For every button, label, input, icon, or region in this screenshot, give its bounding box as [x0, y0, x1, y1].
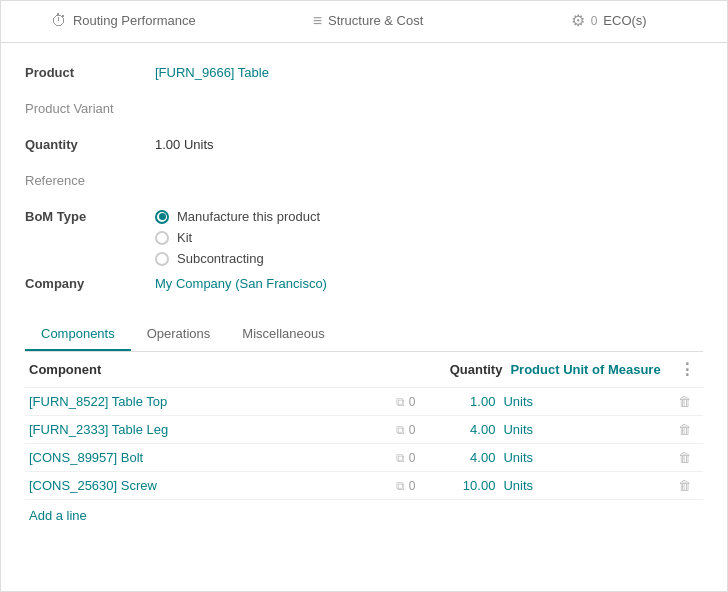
copy-icon-4: ⧉ 0: [305, 478, 423, 493]
eco-label: ECO(s): [603, 13, 646, 28]
tabs-bar: Components Operations Miscellaneous: [25, 318, 703, 352]
radio-subcontracting: [155, 252, 169, 266]
product-variant-label: Product Variant: [25, 99, 155, 116]
component-name-4: [CONS_25630] Screw: [29, 478, 305, 493]
quantity-label: Quantity: [25, 135, 155, 152]
row-unit-3[interactable]: Units: [503, 450, 669, 465]
radio-kit: [155, 231, 169, 245]
bom-type-options: Manufacture this product Kit Subcontract…: [155, 207, 703, 266]
row-qty-2: 4.00: [423, 422, 503, 437]
product-variant-value: [155, 99, 703, 101]
row-unit-1[interactable]: Units: [503, 394, 669, 409]
company-value: My Company (San Francisco): [155, 274, 703, 291]
list-icon: ≡: [313, 12, 322, 30]
component-link-2[interactable]: [FURN_2333] Table Leg: [29, 422, 168, 437]
top-nav: ⏱ Routing Performance ≡ Structure & Cost…: [1, 1, 727, 43]
table-row: [CONS_25630] Screw ⧉ 0 10.00 Units 🗑: [25, 472, 703, 500]
copy-btn-4[interactable]: ⧉: [396, 479, 405, 493]
component-link-4[interactable]: [CONS_25630] Screw: [29, 478, 157, 493]
copy-icon-1: ⧉ 0: [305, 394, 423, 409]
add-line-label: Add a line: [29, 508, 87, 523]
product-variant-row: Product Variant: [25, 99, 703, 127]
tab-components[interactable]: Components: [25, 318, 131, 351]
tab-routing-label: Routing Performance: [73, 13, 196, 28]
tab-operations[interactable]: Operations: [131, 318, 227, 351]
copy-btn-3[interactable]: ⧉: [396, 451, 405, 465]
reference-row: Reference: [25, 171, 703, 199]
component-link-3[interactable]: [CONS_89957] Bolt: [29, 450, 143, 465]
main-content: Product [FURN_9666] Table Product Varian…: [1, 43, 727, 591]
table-row: [CONS_89957] Bolt ⧉ 0 4.00 Units 🗑: [25, 444, 703, 472]
component-name-3: [CONS_89957] Bolt: [29, 450, 305, 465]
component-name-2: [FURN_2333] Table Leg: [29, 422, 305, 437]
delete-row-4[interactable]: 🗑: [669, 478, 699, 493]
components-table: Component Quantity Product Unit of Measu…: [25, 352, 703, 531]
add-line-button[interactable]: Add a line: [25, 500, 703, 531]
gear-icon: ⚙: [571, 11, 585, 30]
bom-manufacture-option[interactable]: Manufacture this product: [155, 209, 703, 224]
copy-btn-1[interactable]: ⧉: [396, 395, 405, 409]
table-header: Component Quantity Product Unit of Measu…: [25, 352, 703, 388]
reference-label: Reference: [25, 171, 155, 188]
delete-row-3[interactable]: 🗑: [669, 450, 699, 465]
company-row: Company My Company (San Francisco): [25, 274, 703, 302]
tab-miscellaneous[interactable]: Miscellaneous: [226, 318, 340, 351]
product-label: Product: [25, 63, 155, 80]
app-window: ⏱ Routing Performance ≡ Structure & Cost…: [0, 0, 728, 592]
radio-manufacture: [155, 210, 169, 224]
row-qty-1: 1.00: [423, 394, 503, 409]
clock-icon: ⏱: [51, 12, 67, 30]
copy-icon-3: ⧉ 0: [305, 450, 423, 465]
component-name-1: [FURN_8522] Table Top: [29, 394, 305, 409]
col-header-quantity: Quantity: [430, 362, 510, 377]
bom-type-label: BoM Type: [25, 207, 155, 224]
product-value: [FURN_9666] Table: [155, 63, 703, 80]
delete-row-2[interactable]: 🗑: [669, 422, 699, 437]
product-row: Product [FURN_9666] Table: [25, 63, 703, 91]
quantity-row: Quantity 1.00 Units: [25, 135, 703, 163]
tab-routing-performance[interactable]: ⏱ Routing Performance: [1, 1, 246, 42]
tab-structure-label: Structure & Cost: [328, 13, 423, 28]
row-unit-2[interactable]: Units: [503, 422, 669, 437]
table-row: [FURN_2333] Table Leg ⧉ 0 4.00 Units 🗑: [25, 416, 703, 444]
col-header-component: Component: [29, 362, 310, 377]
product-link[interactable]: [FURN_9666] Table: [155, 65, 269, 80]
reference-value: [155, 171, 703, 173]
row-qty-4: 10.00: [423, 478, 503, 493]
bom-kit-option[interactable]: Kit: [155, 230, 703, 245]
kit-label: Kit: [177, 230, 192, 245]
copy-icon-2: ⧉ 0: [305, 422, 423, 437]
manufacture-label: Manufacture this product: [177, 209, 320, 224]
row-qty-3: 4.00: [423, 450, 503, 465]
col-header-unit: Product Unit of Measure: [510, 362, 679, 377]
row-unit-4[interactable]: Units: [503, 478, 669, 493]
subcontracting-label: Subcontracting: [177, 251, 264, 266]
delete-row-1[interactable]: 🗑: [669, 394, 699, 409]
component-link-1[interactable]: [FURN_8522] Table Top: [29, 394, 167, 409]
bom-subcontracting-option[interactable]: Subcontracting: [155, 251, 703, 266]
tab-structure-cost[interactable]: ≡ Structure & Cost: [246, 1, 491, 42]
company-label: Company: [25, 274, 155, 291]
quantity-value: 1.00 Units: [155, 135, 703, 152]
tab-eco[interactable]: ⚙ 0 ECO(s): [490, 1, 727, 42]
copy-btn-2[interactable]: ⧉: [396, 423, 405, 437]
more-options-icon[interactable]: ⋮: [679, 360, 699, 379]
eco-count: 0: [591, 14, 598, 28]
table-row: [FURN_8522] Table Top ⧉ 0 1.00 Units 🗑: [25, 388, 703, 416]
bom-type-row: BoM Type Manufacture this product Kit Su…: [25, 207, 703, 266]
